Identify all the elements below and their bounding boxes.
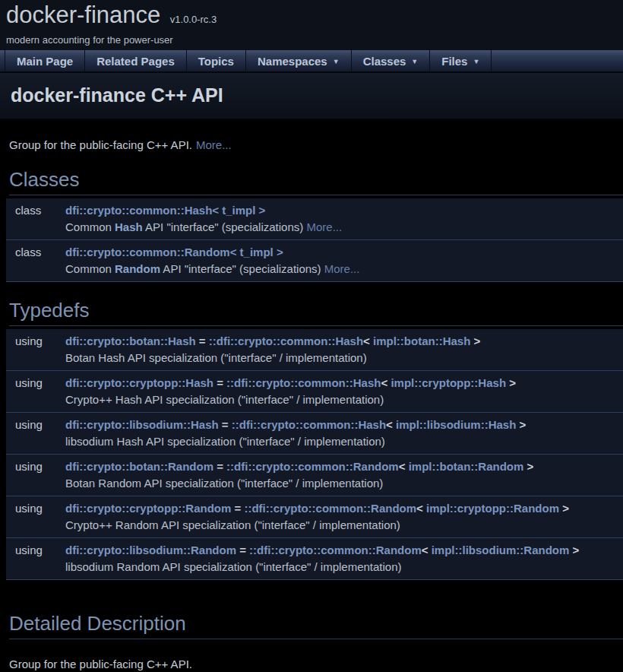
member-kind: using	[6, 334, 65, 347]
class-link[interactable]: dfi::crypto::common::Hash< t_impl >	[65, 204, 265, 217]
operator-text: >	[470, 334, 480, 347]
typedef-link[interactable]: dfi::crypto::libsodium::Random	[65, 544, 236, 556]
desc-text: Common	[65, 262, 115, 275]
type-link[interactable]: ::dfi::crypto::common::Random	[244, 502, 416, 515]
operator-text: <	[363, 334, 373, 347]
operator-text: =	[213, 460, 226, 473]
project-title-row: docker-finance v1.0.0-rc.3	[6, 2, 623, 33]
typedef-description: libsodium Random API specialization ("in…	[65, 560, 623, 573]
tab-label: Related Pages	[96, 55, 175, 68]
project-name: docker-finance	[6, 2, 160, 28]
operator-text: =	[236, 544, 249, 556]
table-row: class dfi::crypto::common::Hash< t_impl …	[6, 198, 623, 240]
operator-text: <	[386, 418, 396, 431]
typedef-description: Botan Random API specialization ("interf…	[65, 477, 623, 490]
group-intro: Group for the public-facing C++ API.More…	[9, 138, 623, 151]
operator-text: =	[231, 502, 244, 515]
table-row: using dfi::crypto::libsodium::Hash = ::d…	[6, 413, 623, 455]
type-link[interactable]: impl::botan::Hash	[373, 334, 470, 347]
desc-text: API "interface" (specializations)	[143, 220, 307, 233]
tab-namespaces[interactable]: Namespaces▼	[246, 50, 352, 71]
operator-text: >	[506, 376, 516, 389]
operator-text: =	[213, 376, 226, 389]
typedef-description: Crypto++ Random API specialization ("int…	[65, 518, 623, 531]
typedef-description: Crypto++ Hash API specialization ("inter…	[65, 393, 623, 406]
operator-text: <	[416, 502, 426, 515]
type-link[interactable]: ::dfi::crypto::common::Hash	[209, 334, 363, 347]
operator-text: =	[196, 334, 209, 347]
main-nav: Main Page Related Pages Topics Namespace…	[0, 50, 623, 73]
detailed-description-text: Group for the public-facing C++ API.	[9, 658, 623, 670]
type-link[interactable]: impl::libsodium::Random	[432, 544, 570, 556]
operator-text: <	[422, 544, 432, 556]
tab-label: Main Page	[17, 55, 73, 68]
typedef-definition: dfi::crypto::botan::Hash = ::dfi::crypto…	[65, 334, 623, 347]
project-version: v1.0.0-rc.3	[170, 14, 217, 25]
member-kind: using	[6, 460, 65, 473]
tab-topics[interactable]: Topics	[187, 50, 246, 71]
operator-text: =	[219, 418, 232, 431]
type-link[interactable]: impl::botan::Random	[409, 460, 524, 473]
tab-files[interactable]: Files▼	[430, 50, 492, 71]
class-desc-link[interactable]: Random	[115, 262, 160, 275]
detailed-description-heading: Detailed Description	[9, 612, 623, 639]
table-row: using dfi::crypto::botan::Random = ::dfi…	[6, 455, 623, 496]
tab-related-pages[interactable]: Related Pages	[85, 50, 187, 71]
typedef-link[interactable]: dfi::crypto::cryptopp::Hash	[65, 376, 213, 389]
operator-text: <	[381, 376, 391, 389]
typedef-definition: dfi::crypto::cryptopp::Hash = ::dfi::cry…	[65, 376, 623, 389]
class-definition: dfi::crypto::common::Random< t_impl >	[65, 246, 623, 258]
operator-text: >	[516, 418, 526, 431]
member-kind: using	[6, 502, 65, 515]
table-row: using dfi::crypto::cryptopp::Hash = ::df…	[6, 371, 623, 413]
type-link[interactable]: ::dfi::crypto::common::Random	[226, 460, 399, 473]
typedef-link[interactable]: dfi::crypto::libsodium::Hash	[65, 418, 219, 431]
tab-label: Classes	[363, 55, 406, 68]
member-kind: using	[6, 544, 65, 556]
member-kind: using	[6, 376, 65, 389]
table-row: using dfi::crypto::libsodium::Random = :…	[6, 538, 623, 580]
more-link[interactable]: More...	[324, 262, 360, 275]
table-row: class dfi::crypto::common::Random< t_imp…	[6, 240, 623, 282]
class-definition: dfi::crypto::common::Hash< t_impl >	[65, 204, 623, 217]
masthead: docker-finance v1.0.0-rc.3 modern accoun…	[0, 0, 623, 50]
typedef-link[interactable]: dfi::crypto::botan::Random	[65, 460, 213, 473]
class-desc-link[interactable]: Hash	[115, 220, 143, 233]
desc-text: API "interface" (specializations)	[160, 262, 324, 275]
type-link[interactable]: impl::cryptopp::Hash	[391, 376, 506, 389]
typedef-definition: dfi::crypto::cryptopp::Random = ::dfi::c…	[65, 502, 623, 515]
type-link[interactable]: ::dfi::crypto::common::Hash	[226, 376, 381, 389]
desc-text: Common	[65, 220, 115, 233]
tab-main-page[interactable]: Main Page	[5, 50, 85, 71]
tab-label: Files	[441, 55, 467, 68]
operator-text: >	[569, 544, 579, 556]
table-row: using dfi::crypto::botan::Hash = ::dfi::…	[6, 329, 623, 371]
typedef-definition: dfi::crypto::libsodium::Random = ::dfi::…	[65, 544, 623, 556]
typedefs-heading: Typedefs	[9, 299, 623, 326]
typedefs-table: using dfi::crypto::botan::Hash = ::dfi::…	[6, 329, 623, 580]
type-link[interactable]: ::dfi::crypto::common::Random	[249, 544, 422, 556]
typedef-link[interactable]: dfi::crypto::cryptopp::Random	[65, 502, 231, 515]
contents: Group for the public-facing C++ API.More…	[0, 138, 623, 672]
nav-left-spacer	[0, 50, 5, 71]
classes-heading: Classes	[9, 168, 623, 195]
typedef-description: libsodium Hash API specialization ("inte…	[65, 435, 623, 448]
typedef-link[interactable]: dfi::crypto::botan::Hash	[65, 334, 196, 347]
type-link[interactable]: impl::libsodium::Hash	[396, 418, 516, 431]
classes-table: class dfi::crypto::common::Hash< t_impl …	[6, 198, 623, 282]
class-link[interactable]: dfi::crypto::common::Random< t_impl >	[65, 246, 283, 258]
more-link[interactable]: More...	[306, 220, 342, 233]
member-kind: using	[6, 418, 65, 431]
chevron-down-icon: ▼	[333, 50, 340, 73]
more-link[interactable]: More...	[196, 138, 232, 151]
project-brief: modern accounting for the power-user	[6, 34, 623, 46]
class-description: Common Random API "interface" (specializ…	[65, 262, 623, 275]
class-description: Common Hash API "interface" (specializat…	[65, 220, 623, 233]
tab-label: Topics	[198, 55, 234, 68]
chevron-down-icon: ▼	[473, 50, 479, 73]
type-link[interactable]: ::dfi::crypto::common::Hash	[232, 418, 386, 431]
operator-text: <	[399, 460, 409, 473]
operator-text: >	[559, 502, 569, 515]
type-link[interactable]: impl::cryptopp::Random	[426, 502, 559, 515]
tab-classes[interactable]: Classes▼	[352, 50, 431, 71]
